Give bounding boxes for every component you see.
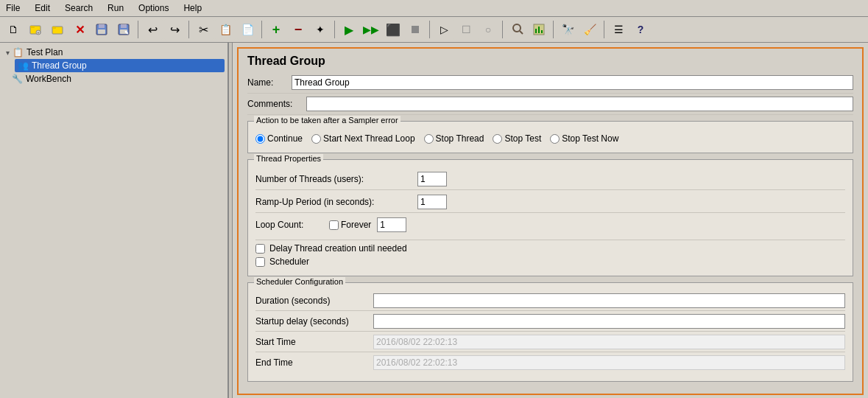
stop-remote-button[interactable]: ☐ [456, 19, 476, 40]
end-time-input[interactable] [373, 355, 845, 370]
remove-button[interactable]: − [288, 19, 308, 40]
radio-continue[interactable]: Continue [255, 133, 303, 144]
tree-item-test-plan[interactable]: ▾ 📋 Test Plan [3, 46, 225, 59]
comments-input[interactable] [306, 97, 853, 111]
open-button[interactable] [47, 19, 68, 40]
radio-stop-test-now[interactable]: Stop Test Now [550, 133, 618, 144]
thread-group-label: Thread Group [32, 60, 87, 71]
search-button[interactable]: 🔭 [557, 19, 578, 40]
svg-rect-1 [30, 26, 35, 28]
copy-button[interactable]: 📋 [215, 19, 236, 40]
svg-line-14 [520, 31, 523, 34]
clear-all-button[interactable]: 🧹 [579, 19, 600, 40]
forever-checkbox-label[interactable]: Forever [329, 220, 371, 230]
loop-count-row: Loop Count: Forever [255, 217, 845, 235]
thread-group-icon: 👥 [18, 60, 29, 71]
undo-button[interactable]: ↩ [142, 19, 163, 40]
cut-button[interactable]: ✂ [193, 19, 214, 40]
tree-item-workbench[interactable]: 🔧 WorkBench [9, 72, 225, 85]
new-button[interactable]: 🗋 [3, 19, 24, 40]
save-button[interactable] [91, 19, 112, 40]
svg-rect-7 [99, 24, 105, 28]
menu-file[interactable]: File [3, 1, 23, 15]
svg-rect-5 [52, 27, 56, 29]
shutdown-remote-button[interactable]: ○ [478, 19, 498, 40]
rampup-input[interactable] [417, 195, 447, 209]
radio-stop-test[interactable]: Stop Test [493, 133, 541, 144]
paste-button[interactable]: 📄 [237, 19, 258, 40]
open-template-button[interactable]: + [25, 19, 46, 40]
duration-row: Duration (seconds) [255, 293, 845, 311]
menu-run[interactable]: Run [105, 1, 127, 15]
radio-stop-test-input[interactable] [493, 134, 502, 144]
startup-delay-input[interactable] [373, 314, 845, 329]
loop-count-label: Loop Count: [255, 220, 329, 230]
delay-row: Delay Thread creation until needed [255, 240, 845, 254]
radio-stop-thread-input[interactable] [424, 134, 434, 144]
action-section: Action to be taken after a Sampler error… [247, 121, 853, 153]
help-button[interactable]: ? [630, 19, 651, 40]
run-remote-button[interactable]: ▷ [434, 19, 454, 40]
tree-item-thread-group[interactable]: 👥 Thread Group [15, 59, 225, 72]
menu-help[interactable]: Help [180, 1, 205, 15]
arrow-icon: ▾ [6, 49, 10, 57]
forever-checkbox[interactable] [329, 220, 339, 230]
comments-row: Comments: [247, 97, 853, 115]
thread-properties-section: Thread Properties Number of Threads (use… [247, 159, 853, 276]
analyze2-button[interactable] [529, 19, 549, 40]
loop-count-input[interactable] [377, 217, 406, 232]
name-input[interactable] [292, 75, 853, 90]
thread-group-panel: Thread Group Name: Comments: Action to b… [237, 47, 864, 395]
sep4 [334, 21, 335, 38]
sep8 [604, 21, 604, 38]
end-time-row: End Time [255, 355, 845, 372]
menu-options[interactable]: Options [135, 1, 172, 15]
svg-point-13 [513, 24, 521, 32]
comments-label: Comments: [247, 99, 306, 109]
left-panel: ▾ 📋 Test Plan 👥 Thread Group 🔧 WorkBench [0, 43, 228, 398]
workbench-label: WorkBench [26, 74, 71, 84]
radio-stop-thread[interactable]: Stop Thread [424, 133, 484, 144]
start-nopause-button[interactable]: ▶▶ [361, 19, 381, 40]
radio-stop-test-now-input[interactable] [550, 134, 560, 144]
num-threads-label: Number of Threads (users): [255, 174, 417, 184]
shutdown-button[interactable]: ⏹ [405, 19, 426, 40]
templates-button[interactable]: ☰ [608, 19, 629, 40]
analyze-button[interactable] [507, 19, 527, 40]
menu-search[interactable]: Search [62, 1, 96, 15]
add-button[interactable]: + [266, 19, 286, 40]
sched-config-label: Scheduler Configuration [254, 277, 345, 286]
save-as-button[interactable]: ✎ [113, 19, 134, 40]
sep3 [261, 21, 262, 38]
scheduler-config-section: Scheduler Configuration Duration (second… [247, 282, 853, 382]
svg-text:+: + [38, 30, 40, 35]
menu-edit[interactable]: Edit [32, 1, 53, 15]
num-threads-row: Number of Threads (users): [255, 172, 845, 190]
close-button[interactable]: ✕ [69, 19, 90, 40]
radio-start-next-label: Start Next Thread Loop [323, 133, 415, 144]
sep5 [429, 21, 430, 38]
start-time-input[interactable] [373, 335, 845, 349]
radio-options-row: Continue Start Next Thread Loop Stop Thr… [255, 130, 845, 147]
duration-input[interactable] [373, 293, 845, 308]
workbench-icon: 🔧 [12, 74, 23, 84]
start-button[interactable]: ▶ [339, 19, 359, 40]
redo-button[interactable]: ↪ [164, 19, 185, 40]
clear-button[interactable]: ✦ [310, 19, 331, 40]
svg-text:✎: ✎ [124, 30, 129, 35]
scheduler-checkbox[interactable] [255, 257, 265, 267]
sep2 [188, 21, 189, 38]
delay-checkbox[interactable] [255, 244, 265, 254]
name-row: Name: [247, 75, 853, 94]
start-time-label: Start Time [255, 337, 373, 347]
sep1 [138, 21, 138, 38]
radio-continue-input[interactable] [255, 134, 265, 144]
scheduler-row: Scheduler [255, 256, 845, 267]
stop-button[interactable]: ⬛ [383, 19, 403, 40]
svg-rect-10 [121, 24, 127, 28]
menubar: File Edit Search Run Options Help [0, 0, 868, 17]
radio-start-next-input[interactable] [311, 134, 321, 144]
num-threads-input[interactable] [417, 172, 447, 186]
radio-continue-label: Continue [267, 133, 303, 144]
radio-start-next[interactable]: Start Next Thread Loop [311, 133, 415, 144]
